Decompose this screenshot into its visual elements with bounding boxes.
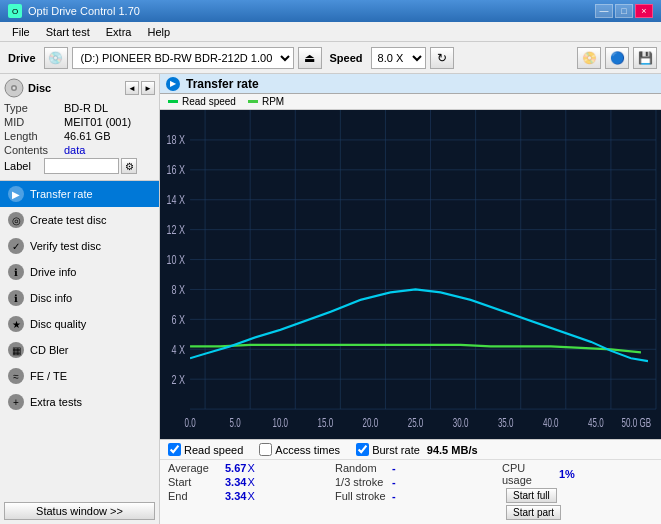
disc-length-label: Length [4, 130, 64, 142]
disc-mid-value: MEIT01 (001) [64, 116, 131, 128]
refresh-button[interactable]: ↻ [430, 47, 454, 69]
average-unit: X [247, 462, 254, 474]
read-speed-check-label: Read speed [184, 444, 243, 456]
svg-text:30.0: 30.0 [453, 416, 469, 429]
read-speed-check-input[interactable] [168, 443, 181, 456]
svg-text:16 X: 16 X [167, 163, 186, 177]
maximize-button[interactable]: □ [615, 4, 633, 18]
nav-create-test-disc[interactable]: ◎ Create test disc [0, 207, 159, 233]
full-stroke-row: Full stroke - [335, 490, 486, 502]
random-label: Random [335, 462, 390, 474]
disc-type-row: Type BD-R DL [4, 102, 155, 114]
access-times-check-label: Access times [275, 444, 340, 456]
svg-text:4 X: 4 X [172, 342, 186, 356]
nav-drive-info-label: Drive info [30, 266, 76, 278]
disc-length-row: Length 46.61 GB [4, 130, 155, 142]
start-full-button[interactable]: Start full [506, 488, 557, 503]
verify-test-disc-icon: ✓ [8, 238, 24, 254]
stats-col-3: CPU usage 1% Start full Start part [494, 460, 661, 524]
nav-fe-te[interactable]: ≈ FE / TE [0, 363, 159, 389]
disc-length-value: 46.61 GB [64, 130, 110, 142]
disc-type-value: BD-R DL [64, 102, 108, 114]
svg-text:15.0: 15.0 [318, 416, 334, 429]
end-unit: X [247, 490, 254, 502]
read-speed-legend-label: Read speed [182, 96, 236, 107]
svg-text:2 X: 2 X [172, 372, 186, 386]
content-header-title: Transfer rate [186, 77, 259, 91]
speed-label: Speed [326, 52, 367, 64]
drive-label: Drive [4, 52, 40, 64]
content-header-icon: ▶ [166, 77, 180, 91]
svg-text:20.0: 20.0 [363, 416, 379, 429]
speed-select[interactable]: 8.0 X [371, 47, 426, 69]
disc-label-label: Label [4, 160, 44, 172]
save-button[interactable]: 💾 [633, 47, 657, 69]
nav-disc-quality[interactable]: ★ Disc quality [0, 311, 159, 337]
average-label: Average [168, 462, 223, 474]
menu-extra[interactable]: Extra [98, 24, 140, 40]
disc-mid-row: MID MEIT01 (001) [4, 116, 155, 128]
svg-point-2 [13, 87, 16, 90]
disc-type-label: Type [4, 102, 64, 114]
status-window-btn[interactable]: Status window >> [4, 502, 155, 520]
svg-text:40.0: 40.0 [543, 416, 559, 429]
nav-verify-test-disc[interactable]: ✓ Verify test disc [0, 233, 159, 259]
svg-text:50.0 GB: 50.0 GB [622, 416, 652, 429]
create-test-disc-icon: ◎ [8, 212, 24, 228]
end-label: End [168, 490, 223, 502]
nav-disc-info[interactable]: ℹ Disc info [0, 285, 159, 311]
nav-transfer-rate[interactable]: ▶ Transfer rate [0, 181, 159, 207]
svg-text:6 X: 6 X [172, 312, 186, 326]
read-speed-checkbox[interactable]: Read speed [168, 443, 243, 456]
access-times-checkbox[interactable]: Access times [259, 443, 340, 456]
nav-disc-info-label: Disc info [30, 292, 72, 304]
random-row: Random - [335, 462, 486, 474]
stroke1-value: - [392, 476, 396, 488]
svg-text:0.0: 0.0 [184, 416, 195, 429]
disc-label-btn[interactable]: ⚙ [121, 158, 137, 174]
menu-help[interactable]: Help [139, 24, 178, 40]
rpm-legend-label: RPM [262, 96, 284, 107]
minimize-button[interactable]: — [595, 4, 613, 18]
svg-text:10 X: 10 X [167, 252, 186, 266]
nav-drive-info[interactable]: ℹ Drive info [0, 259, 159, 285]
content-header: ▶ Transfer rate [160, 74, 661, 94]
start-part-button[interactable]: Start part [506, 505, 561, 520]
drive-icon-btn[interactable]: 💿 [44, 47, 68, 69]
full-stroke-label: Full stroke [335, 490, 390, 502]
start-label: Start [168, 476, 223, 488]
menu-start-test[interactable]: Start test [38, 24, 98, 40]
disc-action-btn2[interactable]: 🔵 [605, 47, 629, 69]
nav-cd-bler[interactable]: ▦ CD Bler [0, 337, 159, 363]
burst-rate-check-input[interactable] [356, 443, 369, 456]
burst-rate-value: 94.5 MB/s [427, 444, 478, 456]
drive-select[interactable]: (D:) PIONEER BD-RW BDR-212D 1.00 [72, 47, 294, 69]
disc-action-btn1[interactable]: 📀 [577, 47, 601, 69]
titlebar: O Opti Drive Control 1.70 — □ × [0, 0, 661, 22]
nav-extra-tests[interactable]: + Extra tests [0, 389, 159, 415]
menu-file[interactable]: File [4, 24, 38, 40]
disc-prev-btn[interactable]: ◄ [125, 81, 139, 95]
chart-area: 18 X 16 X 14 X 12 X 10 X 8 X 6 X 4 X 2 X… [160, 110, 661, 439]
sidebar: Disc ◄ ► Type BD-R DL MID MEIT01 (001) L… [0, 74, 160, 524]
svg-text:8 X: 8 X [172, 282, 186, 296]
nav-cd-bler-label: CD Bler [30, 344, 69, 356]
fe-te-icon: ≈ [8, 368, 24, 384]
legend-read-speed: Read speed [168, 96, 236, 107]
nav-verify-test-disc-label: Verify test disc [30, 240, 101, 252]
disc-arrows: ◄ ► [125, 81, 155, 95]
close-button[interactable]: × [635, 4, 653, 18]
burst-rate-checkbox[interactable]: Burst rate 94.5 MB/s [356, 443, 477, 456]
svg-text:10.0: 10.0 [272, 416, 288, 429]
start-value: 3.34 [225, 476, 246, 488]
access-times-check-input[interactable] [259, 443, 272, 456]
cpu-value: 1% [559, 468, 575, 480]
disc-contents-row: Contents data [4, 144, 155, 156]
average-value: 5.67 [225, 462, 246, 474]
eject-button[interactable]: ⏏ [298, 47, 322, 69]
disc-next-btn[interactable]: ► [141, 81, 155, 95]
disc-label-input[interactable] [44, 158, 119, 174]
stroke1-label: 1/3 stroke [335, 476, 390, 488]
disc-contents-label: Contents [4, 144, 64, 156]
disc-mid-label: MID [4, 116, 64, 128]
